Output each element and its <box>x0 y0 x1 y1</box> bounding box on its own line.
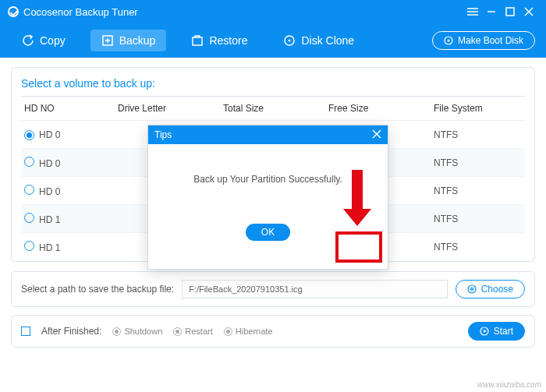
cell-hdno: HD 0 <box>24 129 118 140</box>
radio-icon <box>173 327 182 336</box>
cell-fs: NTFS <box>434 129 522 140</box>
footer-panel: After Finished: Shutdown Restart Hiberna… <box>11 315 535 348</box>
start-button[interactable]: Start <box>468 322 525 341</box>
cell-fs: NTFS <box>434 214 522 224</box>
after-finished-checkbox[interactable] <box>21 327 30 336</box>
volume-panel-title: Select a volume to back up: <box>21 74 525 97</box>
svg-point-14 <box>447 40 449 42</box>
path-input[interactable] <box>182 280 448 298</box>
dialog-title: Tips <box>154 129 172 140</box>
opt-shutdown[interactable]: Shutdown <box>112 327 162 336</box>
cell-fs: NTFS <box>434 185 522 196</box>
copy-button[interactable]: Copy <box>11 30 76 51</box>
col-fs: File System <box>434 103 522 114</box>
radio-icon[interactable] <box>24 241 34 251</box>
opt-hibernate[interactable]: Hibernate <box>224 327 273 336</box>
dialog-message: Back up Your Partition Successfully. <box>193 174 342 185</box>
restore-icon <box>191 34 204 47</box>
cell-hdno: HD 1 <box>24 241 118 253</box>
disk-clone-label: Disk Clone <box>301 34 354 47</box>
choose-button[interactable]: Choose <box>456 280 525 298</box>
disk-clone-button[interactable]: Disk Clone <box>272 30 365 51</box>
cell-hdno: HD 0 <box>24 157 118 169</box>
path-label: Select a path to save the backup file: <box>21 284 174 295</box>
play-icon <box>480 327 489 336</box>
svg-point-12 <box>289 40 291 42</box>
disk-clone-icon <box>283 34 296 47</box>
app-logo-icon <box>8 6 19 17</box>
close-icon[interactable] <box>519 4 538 19</box>
opt-restart[interactable]: Restart <box>173 327 212 336</box>
radio-icon[interactable] <box>24 213 34 223</box>
cell-hdno: HD 0 <box>24 185 118 197</box>
path-panel: Select a path to save the backup file: C… <box>11 271 535 307</box>
after-options: Shutdown Restart Hibernate <box>112 327 272 336</box>
dialog-close-icon[interactable] <box>372 129 381 141</box>
start-label: Start <box>494 326 513 337</box>
backup-label: Backup <box>119 34 156 47</box>
radio-icon[interactable] <box>24 130 34 140</box>
svg-rect-10 <box>193 37 202 45</box>
col-total: Total Size <box>223 103 328 114</box>
boot-icon <box>444 36 453 45</box>
col-hdno: HD NO <box>24 103 118 114</box>
watermark: www.xiazaiba.com <box>477 380 541 389</box>
app-title: Cocosenor Backup Tuner <box>23 6 138 18</box>
cell-fs: NTFS <box>434 242 522 253</box>
menu-icon[interactable] <box>463 4 482 19</box>
volume-table-header: HD NO Drive Letter Total Size Free Size … <box>21 97 525 121</box>
col-free: Free Size <box>328 103 434 114</box>
dialog-header: Tips <box>148 125 388 144</box>
title-bar: Cocosenor Backup Tuner <box>0 0 546 23</box>
dialog-ok-button[interactable]: OK <box>246 224 290 241</box>
restore-button[interactable]: Restore <box>180 30 258 51</box>
tips-dialog: Tips Back up Your Partition Successfully… <box>147 125 388 270</box>
restore-label: Restore <box>209 34 247 47</box>
col-drive: Drive Letter <box>118 103 223 114</box>
backup-button[interactable]: Backup <box>90 30 167 51</box>
main-toolbar: Copy Backup Restore Disk Clone Make Boot… <box>0 23 546 58</box>
make-boot-disk-button[interactable]: Make Boot Disk <box>432 31 535 50</box>
backup-icon <box>101 34 114 47</box>
copy-icon <box>22 34 34 47</box>
cell-hdno: HD 1 <box>24 213 118 225</box>
maximize-icon[interactable] <box>501 4 519 19</box>
radio-icon[interactable] <box>24 157 34 167</box>
copy-label: Copy <box>40 34 66 47</box>
minimize-icon[interactable] <box>482 4 501 19</box>
plus-circle-icon <box>467 284 477 294</box>
radio-icon <box>224 327 232 336</box>
after-finished-label: After Finished: <box>41 326 101 337</box>
choose-label: Choose <box>481 284 513 295</box>
radio-icon[interactable] <box>24 185 34 195</box>
make-boot-label: Make Boot Disk <box>458 35 523 46</box>
cell-fs: NTFS <box>434 157 522 168</box>
radio-icon <box>112 327 121 336</box>
svg-marker-19 <box>484 330 487 333</box>
svg-rect-4 <box>506 8 514 16</box>
